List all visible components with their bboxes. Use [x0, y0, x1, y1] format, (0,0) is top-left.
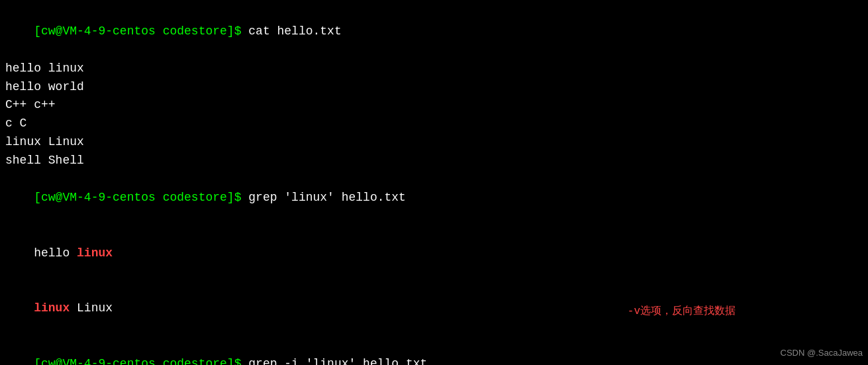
terminal-window: [cw@VM-4-9-centos codestore]$ cat hello.… — [0, 0, 868, 365]
prompt-3: [cw@VM-4-9-centos codestore]$ — [34, 357, 248, 365]
cmd-3: grep -i 'linux' hello.txt — [248, 357, 427, 365]
line-11: [cw@VM-4-9-centos codestore]$ grep -i 'l… — [5, 337, 863, 365]
line-2: hello linux — [5, 60, 863, 78]
line-8: [cw@VM-4-9-centos codestore]$ grep 'linu… — [5, 170, 863, 226]
prompt-2: [cw@VM-4-9-centos codestore]$ — [34, 191, 248, 204]
line-6: linux Linux — [5, 133, 863, 152]
line-4: C++ c++ — [5, 96, 863, 115]
line-1: [cw@VM-4-9-centos codestore]$ cat hello.… — [5, 4, 863, 60]
line-9: hello linux — [5, 226, 863, 282]
prompt-1: [cw@VM-4-9-centos codestore]$ — [34, 25, 248, 38]
annotation-text: -v选项，反向查找数据 — [628, 303, 736, 320]
line-7: shell Shell — [5, 152, 863, 170]
line-5: c C — [5, 115, 863, 133]
csdn-watermark: CSDN @.SacaJawea — [781, 346, 863, 360]
line-3: hello world — [5, 78, 863, 97]
cmd-1: cat hello.txt — [248, 25, 341, 38]
cmd-2: grep 'linux' hello.txt — [248, 191, 406, 204]
